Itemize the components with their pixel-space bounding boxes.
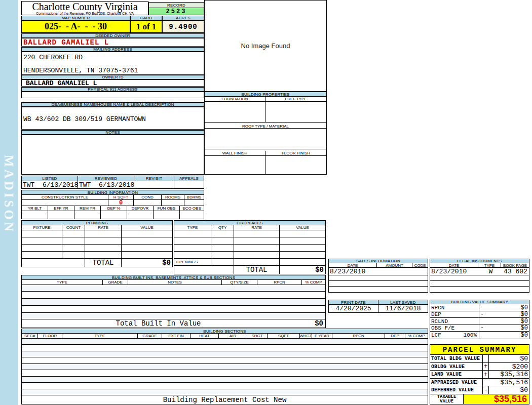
deeded-owner-label: DEEDED OWNER xyxy=(21,33,204,38)
plumbing-row[interactable] xyxy=(22,252,172,259)
physical-address-value[interactable] xyxy=(21,92,204,98)
appeals-value[interactable] xyxy=(174,181,204,188)
listed-label: LISTED xyxy=(22,176,78,181)
wall-finish-value[interactable] xyxy=(205,156,265,174)
cond-value[interactable] xyxy=(134,200,162,206)
county-title: Charlotte County Virginia xyxy=(22,2,148,12)
acres-label: ACRES xyxy=(162,16,204,20)
grade-label: GRADE xyxy=(138,334,162,338)
building-sections-row[interactable] xyxy=(22,389,428,395)
fireplaces-row[interactable] xyxy=(174,245,325,252)
hsqft-value[interactable]: 0 xyxy=(108,200,134,206)
fireplaces-total-value: $0 xyxy=(280,266,325,274)
deeded-owner-value[interactable]: BALLARD GAMALIEL L xyxy=(21,38,204,47)
sales-information-table: SALES INFORMATION DATE AMOUNT CODE 8/23/… xyxy=(328,259,428,293)
taxable-value-label: TAXABLE VALUE xyxy=(430,394,464,404)
deppct-value[interactable] xyxy=(101,211,127,219)
rpcn-value: $0 xyxy=(479,304,529,311)
dba-box[interactable]: WB 43/602 DB 309/519 GERMANTOWN xyxy=(21,107,204,130)
building-properties-title: BUILDING PROPERTIES xyxy=(205,92,326,97)
building-sections-row[interactable] xyxy=(22,357,428,364)
rpcn-label: RPCN xyxy=(332,334,385,338)
acres-value[interactable]: 9.4900 xyxy=(162,20,204,33)
plumbing-table: PLUMBING FIXTURE COUNT RATE VALUE TOTAL … xyxy=(21,220,173,267)
built-ins-table: BUILDING BUILT INS, BASEMENTS, ATTICS & … xyxy=(21,275,326,328)
whgt-label: WHGT xyxy=(300,334,312,338)
remyr-label: REM YR xyxy=(74,206,101,211)
effyr-value[interactable] xyxy=(48,211,74,219)
date-label: DATE xyxy=(430,263,478,267)
depovr-value[interactable] xyxy=(127,211,154,219)
record-value[interactable]: 2523 xyxy=(148,8,204,15)
total-bldg-value: $0 xyxy=(489,355,529,362)
sqft-label: SQFT xyxy=(268,334,300,338)
building-sections-row[interactable] xyxy=(22,351,428,357)
fireplaces-row[interactable] xyxy=(174,237,325,245)
land-value: $35,316 xyxy=(489,371,529,378)
revisit-value[interactable] xyxy=(134,181,174,188)
openings-value[interactable] xyxy=(211,259,234,265)
air-label: AIR xyxy=(219,334,247,338)
card-value[interactable]: 1 of 1 xyxy=(130,20,162,33)
rooms-label: ROOMS xyxy=(162,195,184,199)
built-ins-row[interactable] xyxy=(22,313,325,319)
plumbing-row[interactable] xyxy=(22,237,172,245)
built-ins-row[interactable] xyxy=(22,285,325,292)
yrblt-value[interactable] xyxy=(22,211,48,219)
legal-instrument-row[interactable] xyxy=(430,275,529,281)
building-sections-row[interactable] xyxy=(22,339,428,345)
map-number-value[interactable]: 025- - A- - - 30 xyxy=(21,20,130,33)
legal-instrument-row[interactable] xyxy=(430,281,529,287)
built-ins-row[interactable] xyxy=(22,292,325,299)
plumbing-row[interactable] xyxy=(22,245,172,252)
building-sections-row[interactable] xyxy=(22,345,428,351)
mailing-address-box[interactable]: 220 CHEROKEE RD HENDERSONVILLE, TN 37075… xyxy=(21,52,204,75)
value-label: VALUE xyxy=(122,225,172,230)
deppct-label: DEP % xyxy=(101,206,127,211)
bdrms-value[interactable] xyxy=(184,200,204,206)
funobs-value[interactable] xyxy=(154,211,180,219)
qty-label: QTY xyxy=(211,225,234,230)
floor-finish-value[interactable] xyxy=(265,156,326,174)
building-sections-row[interactable] xyxy=(22,383,428,389)
sales-row[interactable] xyxy=(329,287,428,292)
notes-box[interactable] xyxy=(21,135,204,175)
reviewed-value[interactable]: TWT 6/13/2018 xyxy=(78,181,134,188)
legal-instrument-row[interactable] xyxy=(430,287,529,292)
built-ins-row[interactable] xyxy=(22,299,325,306)
qty-size-label: QTY/SIZE xyxy=(222,280,257,285)
owner-id-value[interactable]: BALLARD GAMALIEL L xyxy=(21,79,204,87)
pct-comp-label: % COMP xyxy=(405,334,428,338)
rooms-value[interactable] xyxy=(162,200,184,206)
roof-type-value[interactable] xyxy=(205,129,326,149)
wall-finish-label: WALL FINISH xyxy=(205,151,265,155)
plumbing-row[interactable] xyxy=(22,230,172,237)
sales-row[interactable] xyxy=(329,275,428,281)
built-ins-row[interactable] xyxy=(22,306,325,313)
sale-code xyxy=(413,268,428,275)
extfin-label: EXT FIN xyxy=(162,334,191,338)
type-label: TYPE xyxy=(174,225,211,230)
fireplaces-row[interactable] xyxy=(174,230,325,237)
deferred-value-label: DEFERRED VALUE xyxy=(430,386,483,394)
building-sections-row[interactable] xyxy=(22,364,428,370)
no-image-text: No Image Found xyxy=(241,42,290,50)
listed-value[interactable]: TWT 6/13/2018 xyxy=(22,181,78,188)
legal-instrument-row[interactable]: 8/23/2010 W 43 602 xyxy=(430,268,529,275)
fireplaces-row[interactable] xyxy=(174,252,325,259)
remyr-value[interactable] xyxy=(74,211,101,219)
dba-label: DBA/BUISNESS NAME/HOUSE NAME & LEGAL DES… xyxy=(21,102,204,107)
fuel-type-value[interactable] xyxy=(265,102,326,122)
building-sections-row[interactable] xyxy=(22,370,428,377)
revisit-label: REVISIT xyxy=(134,176,174,181)
foundation-value[interactable] xyxy=(205,102,265,122)
ecoobs-value[interactable] xyxy=(180,211,204,219)
floor-label: FLOOR xyxy=(38,334,62,338)
sales-row[interactable]: 8/23/2010 xyxy=(329,268,428,275)
record-box: RECORD 2523 xyxy=(148,2,204,15)
construction-style-value[interactable] xyxy=(22,200,108,206)
sales-row[interactable] xyxy=(329,281,428,287)
plumbing-total-value: $0 xyxy=(122,259,172,267)
sidebar: MADISON xyxy=(0,0,18,405)
building-sections-row[interactable] xyxy=(22,377,428,383)
